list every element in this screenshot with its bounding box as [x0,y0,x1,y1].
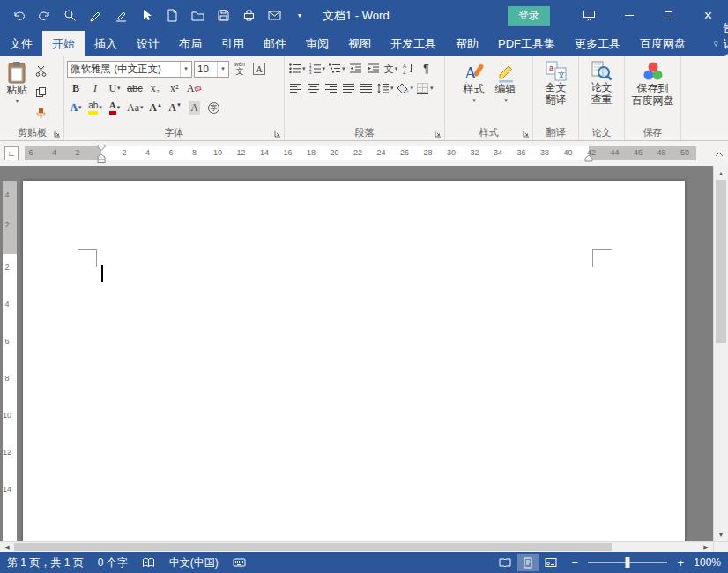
signin-button[interactable]: 登录 [508,6,550,26]
shrink-font-button[interactable]: A▼ [167,99,184,117]
print-layout-button[interactable] [517,554,539,571]
tab-view[interactable]: 视图 [338,31,381,56]
word-count[interactable]: 0 个字 [98,555,128,570]
align-right-button[interactable] [323,79,340,98]
multilevel-list-button[interactable]: ▾ [327,60,347,78]
character-shading-button[interactable]: A [186,99,204,117]
show-formatting-marks-button[interactable]: ¶ [418,60,435,78]
hanging-indent-marker[interactable] [97,154,106,163]
character-border-button[interactable]: A [250,60,268,78]
scroll-up-arrow[interactable]: ▲ [714,166,728,180]
styles-button[interactable]: A 样式 ▾ [459,59,489,126]
language-indicator[interactable]: 中文(中国) [169,555,219,570]
text-effects-button[interactable]: A▾ [67,99,85,117]
tell-me-button[interactable]: 告诉我 [704,31,728,56]
horizontal-scrollbar[interactable]: ◀ ▶ [0,541,728,552]
first-line-indent-marker[interactable] [97,145,106,151]
italic-button[interactable]: I [86,79,104,98]
tab-insert[interactable]: 插入 [85,31,127,56]
save-to-baidu-netdisk-button[interactable]: 保存到 百度网盘 [629,59,677,126]
editing-button[interactable]: 编辑 ▾ [493,59,519,126]
collapse-ribbon-button[interactable] [712,146,726,160]
paper-check-button[interactable]: 论文 查重 [588,59,616,126]
tab-file[interactable]: 文件 [0,31,42,56]
strikethrough-button[interactable]: abc [125,79,145,98]
tab-more-tools[interactable]: 更多工具 [565,31,630,56]
change-case-button[interactable]: Aa▾ [125,99,145,117]
tab-review[interactable]: 审阅 [296,31,338,56]
line-spacing-button[interactable]: ▾ [375,79,396,98]
tab-developer[interactable]: 开发工具 [381,31,446,56]
close-button[interactable]: × [688,0,728,31]
tab-help[interactable]: 帮助 [446,31,488,56]
copy-button[interactable] [32,83,49,101]
bold-button[interactable]: B [67,79,85,98]
select-button[interactable] [139,9,153,23]
ribbon-display-options-button[interactable] [569,0,609,31]
grow-font-button[interactable]: A▲ [147,99,165,117]
zoom-level[interactable]: 100% [694,556,721,569]
edit-button[interactable] [114,9,128,23]
scroll-down-arrow[interactable]: ▼ [714,527,728,541]
open-folder-button[interactable] [190,9,204,23]
clear-formatting-button[interactable]: A [185,79,204,98]
full-text-translate-button[interactable]: a文 全文 翻译 [543,59,569,126]
align-center-button[interactable] [305,79,323,98]
paragraph-dialog-launcher[interactable] [435,130,442,138]
scroll-left-arrow[interactable]: ◀ [0,542,14,552]
borders-button[interactable]: ▾ [415,79,435,98]
sort-button[interactable]: AZ [400,60,418,78]
print-button[interactable] [241,9,256,23]
tab-design[interactable]: 设计 [127,31,169,56]
font-name-combo[interactable]: 微软雅黑 (中文正文) ▾ [67,61,192,78]
tab-references[interactable]: 引用 [212,31,254,56]
tab-mailings[interactable]: 邮件 [254,31,296,56]
input-mode-indicator[interactable] [233,557,246,568]
vertical-scroll-thumb[interactable] [716,180,726,343]
decrease-indent-button[interactable] [347,60,365,78]
tab-baidu-netdisk[interactable]: 百度网盘 [630,31,695,56]
minimize-button[interactable] [609,0,649,31]
subscript-button[interactable]: x₂ [146,79,164,98]
phonetic-guide-button[interactable]: wén文 [231,60,249,78]
tab-pdf-tools[interactable]: PDF工具集 [488,31,565,56]
highlight-color-button[interactable]: ab▾ [86,99,104,117]
document-page[interactable] [23,181,685,541]
tab-layout[interactable]: 布局 [169,31,212,56]
tab-stop-selector[interactable]: ∟ [4,146,19,160]
customize-quick-access-button[interactable]: ▾ [293,9,307,23]
scroll-right-arrow[interactable]: ▶ [699,542,713,552]
save-button[interactable] [216,9,230,23]
page-indicator[interactable]: 第 1 页，共 1 页 [7,555,84,570]
enclose-characters-button[interactable]: 字 [205,99,223,117]
numbering-button[interactable]: 123▾ [308,60,328,78]
font-dialog-launcher[interactable] [274,130,281,138]
increase-indent-button[interactable] [365,60,383,78]
redo-button[interactable] [37,9,51,23]
zoom-slider[interactable] [588,562,667,563]
clipboard-dialog-launcher[interactable] [54,130,61,138]
maximize-button[interactable] [649,0,688,31]
vertical-scrollbar[interactable]: ▲ ▼ [713,166,728,541]
zoom-in-button[interactable]: + [674,556,687,569]
paste-button[interactable]: 粘贴 ▾ [4,59,30,126]
styles-dialog-launcher[interactable] [523,130,530,138]
shading-button[interactable]: ▾ [396,79,416,98]
proofing-status[interactable] [142,557,155,569]
horizontal-scroll-track[interactable] [14,542,699,552]
new-document-button[interactable] [165,9,179,23]
asian-layout-button[interactable]: 文▾ [383,60,400,78]
font-size-combo[interactable]: 10 ▾ [194,61,229,78]
tab-home[interactable]: 开始 [42,31,85,56]
pen-button[interactable] [88,9,102,23]
read-mode-button[interactable] [494,554,516,571]
print-preview-button[interactable] [63,9,77,23]
horizontal-scroll-thumb[interactable] [14,543,612,551]
mail-button[interactable] [267,9,281,23]
zoom-slider-thumb[interactable] [626,557,630,568]
distribute-button[interactable] [358,79,375,98]
undo-button[interactable] [11,9,26,23]
bullets-button[interactable]: ▾ [287,60,308,78]
align-left-button[interactable] [287,79,305,98]
font-color-button[interactable]: A▾ [106,99,123,117]
